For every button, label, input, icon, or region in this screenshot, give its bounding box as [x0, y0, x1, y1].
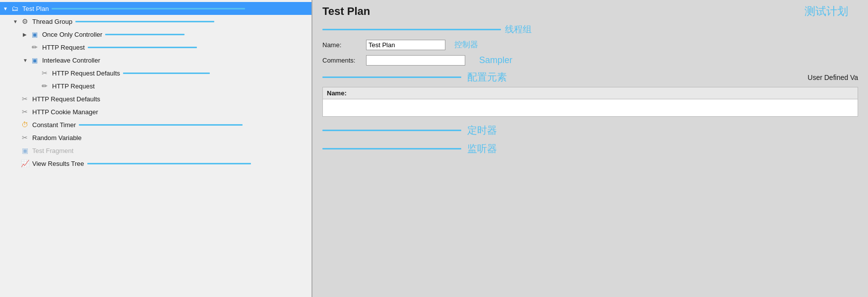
thread-group-row: 线程组 [312, 22, 868, 37]
icon-timer: ⏱ [20, 120, 30, 130]
right-content: Test Plan 测试计划 线程组 Name: 控制器 Comments: S… [312, 0, 868, 297]
table-name-header: Name: [327, 89, 854, 97]
chinese-title: 测试计划 [805, 4, 848, 19]
timer-category-row: 定时器 [312, 122, 868, 139]
table-header: Name: [323, 87, 858, 99]
label-constant-timer: Constant Timer [32, 121, 76, 129]
user-defined-label: User Defined Va [807, 74, 858, 81]
icon-request: ✏ [40, 81, 50, 91]
config-chinese: 配置元素 [467, 71, 507, 84]
bar-once-only-controller [105, 34, 185, 35]
label-test-plan: Test Plan [22, 5, 49, 12]
label-interleave-controller: Interleave Controller [42, 57, 100, 64]
icon-defaults: ✂ [20, 94, 30, 104]
tree-item-view-results-tree[interactable]: 📈View Results Tree [0, 157, 311, 170]
tree-item-http-request-defaults-1[interactable]: ✂HTTP Request Defaults [0, 67, 311, 79]
tree-item-test-plan[interactable]: ▼🗂Test Plan [0, 2, 311, 15]
label-random-variable: Random Variable [32, 134, 81, 142]
config-row: 配置元素 User Defined Va [312, 69, 868, 86]
bar-http-request-defaults-1 [123, 73, 210, 74]
bar-http-request-1 [88, 47, 197, 48]
controller-chinese: 控制器 [454, 40, 478, 50]
comments-input[interactable] [366, 55, 465, 66]
tree-item-thread-group[interactable]: ▼⚙Thread Group [0, 15, 311, 28]
icon-fragment: ▣ [20, 146, 30, 155]
label-http-request-1: HTTP Request [42, 44, 85, 51]
arrow-test-plan: ▼ [3, 6, 10, 11]
timer-bar [322, 130, 461, 131]
tree-item-http-request-defaults-2[interactable]: ✂HTTP Request Defaults [0, 92, 311, 105]
label-once-only-controller: Once Only Controller [42, 31, 102, 38]
listener-category-row: 监听器 [312, 140, 868, 157]
icon-controller: ▣ [30, 55, 40, 65]
bar-test-plan [52, 8, 245, 9]
name-label: Name: [322, 41, 362, 49]
tree-item-http-request-1[interactable]: ✏HTTP Request [0, 41, 311, 54]
icon-controller: ▣ [30, 29, 40, 39]
thread-group-chinese: 线程组 [505, 23, 532, 35]
comments-form-row: Comments: Sampler [312, 53, 868, 68]
bar-constant-timer [79, 124, 243, 126]
arrow-once-only-controller: ▶ [23, 32, 30, 37]
right-panel: Test Plan 测试计划 线程组 Name: 控制器 Comments: S… [312, 0, 868, 297]
listener-chinese: 监听器 [467, 142, 497, 155]
label-http-request-defaults-2: HTTP Request Defaults [32, 95, 100, 103]
tree-item-random-variable[interactable]: ✂Random Variable [0, 131, 311, 144]
comments-label: Comments: [322, 57, 362, 64]
panel-title: Test Plan [322, 5, 370, 18]
arrow-interleave-controller: ▼ [23, 58, 30, 63]
tree-item-test-fragment[interactable]: ▣Test Fragment [0, 144, 311, 157]
icon-defaults: ✂ [40, 68, 50, 78]
bar-thread-group [75, 21, 214, 22]
name-input[interactable] [366, 40, 445, 50]
sampler-label: Sampler [479, 55, 512, 66]
icon-thread: ⚙ [20, 16, 30, 26]
label-http-request-defaults-1: HTTP Request Defaults [52, 70, 120, 77]
timer-chinese: 定时器 [467, 124, 497, 137]
label-thread-group: Thread Group [32, 18, 72, 25]
tree-panel[interactable]: ▼🗂Test Plan▼⚙Thread Group▶▣Once Only Con… [0, 0, 312, 297]
arrow-thread-group: ▼ [13, 19, 20, 24]
tree-item-once-only-controller[interactable]: ▶▣Once Only Controller [0, 28, 311, 41]
label-test-fragment: Test Fragment [32, 147, 73, 154]
tree-item-constant-timer[interactable]: ⏱Constant Timer [0, 118, 311, 131]
label-view-results-tree: View Results Tree [32, 160, 84, 167]
icon-request: ✏ [30, 42, 40, 52]
label-http-request-2: HTTP Request [52, 82, 95, 90]
bar-view-results-tree [87, 163, 251, 164]
label-http-cookie-manager: HTTP Cookie Manager [32, 108, 98, 116]
icon-results: 📈 [20, 158, 30, 168]
variables-table: Name: [322, 87, 858, 117]
tree-item-http-cookie-manager[interactable]: ✂HTTP Cookie Manager [0, 105, 311, 118]
tree-item-interleave-controller[interactable]: ▼▣Interleave Controller [0, 54, 311, 67]
icon-cookie: ✂ [20, 107, 30, 117]
icon-variable: ✂ [20, 133, 30, 143]
listener-bar [322, 148, 461, 149]
thread-group-bar [322, 29, 501, 30]
tree-item-http-request-2[interactable]: ✏HTTP Request [0, 79, 311, 92]
config-bar [322, 76, 461, 78]
panel-header-row: Test Plan 测试计划 [312, 0, 868, 21]
name-form-row: Name: 控制器 [312, 38, 868, 52]
icon-test-plan: 🗂 [10, 3, 20, 13]
